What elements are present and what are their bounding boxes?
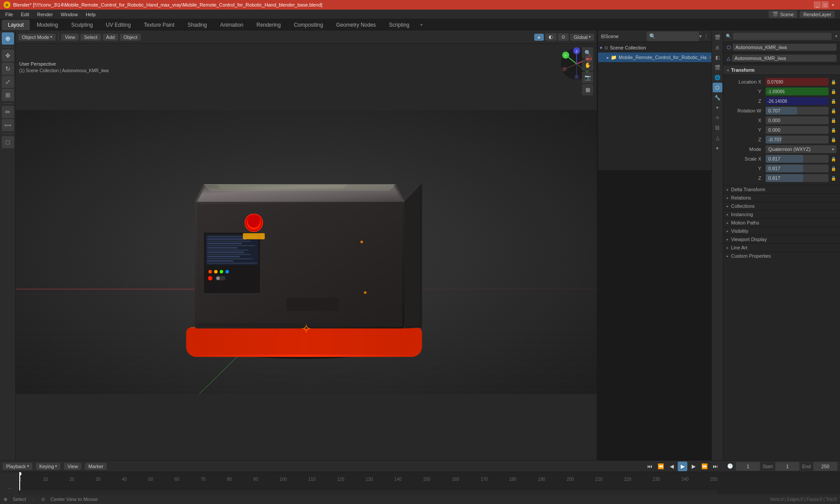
properties-search[interactable] [733,33,832,40]
rotation-mode-dropdown[interactable]: Quaternion (WXYZ) ▾ [766,145,836,153]
rotation-z-lock[interactable]: 🔒 [830,136,836,143]
prop-tab-physics[interactable]: ⚛ [713,113,722,122]
tab-layout[interactable]: Layout [2,20,30,30]
rotation-x-value[interactable]: 0.000 [766,116,829,124]
step-forward-button[interactable]: ▶ [689,462,698,471]
rotation-y-lock[interactable]: 🔒 [830,127,836,133]
current-frame-input[interactable] [736,462,760,471]
outliner-scene-collection[interactable]: ▾ ⊙ Scene Collection [598,43,711,52]
scale-x-lock[interactable]: 🔒 [830,156,836,162]
location-y-value[interactable]: -1.69086 [766,88,829,95]
scale-y-lock[interactable]: 🔒 [830,165,836,172]
viewport-3d[interactable]: User Perspective (1) Scene Collection | … [16,31,597,460]
select-menu[interactable]: Select [80,34,101,41]
add-menu[interactable]: Add [103,34,119,41]
step-back-button[interactable]: ◀ [667,462,676,471]
line-art-section[interactable]: ▸ Line Art [723,243,840,252]
location-x-lock[interactable]: 🔒 [830,79,836,85]
prop-tab-world[interactable]: 🌐 [713,73,722,82]
tool-annotate[interactable]: ✏ [2,106,14,118]
render-layer-selector[interactable]: RenderLayer [800,11,835,18]
menu-file[interactable]: File [2,11,17,18]
delta-transform-section[interactable]: ▸ Delta Transform [723,185,840,193]
tab-sculpting[interactable]: Sculpting [65,20,99,30]
tab-modeling[interactable]: Modeling [31,20,64,30]
prop-tab-data[interactable]: △ [713,133,722,143]
tool-cursor[interactable]: ⊕ [2,32,14,45]
rotation-x-lock[interactable]: 🔒 [830,117,836,123]
tab-scripting[interactable]: Scripting [383,20,416,30]
close-button[interactable]: × [830,1,836,8]
playhead[interactable] [19,472,20,490]
tab-geometry-nodes[interactable]: Geometry Nodes [330,20,382,30]
viewport-camera[interactable]: 📷 [582,72,593,83]
prop-tab-scene[interactable]: 🎬 [713,63,722,72]
view-timeline-menu[interactable]: View [64,463,81,470]
tool-transform[interactable]: ⊞ [2,89,14,101]
marker-menu[interactable]: Marker [85,463,107,470]
location-z-value[interactable]: -26.14008 [766,97,829,105]
viewport-global-local[interactable]: Global ▾ [570,34,594,41]
tool-move[interactable]: ✥ [2,49,14,62]
tab-uv-editing[interactable]: UV Editing [100,20,137,30]
visibility-section[interactable]: ▸ Visibility [723,227,840,235]
minimize-button[interactable]: _ [814,1,821,8]
jump-end-button[interactable]: ⏭ [710,462,720,471]
viewport-shading-rendered[interactable]: ⊙ [558,33,569,41]
prop-tab-constraints[interactable]: ⛓ [713,123,722,133]
prop-tab-particles[interactable]: ✦ [713,103,722,112]
prop-tab-object[interactable]: ⬡ [713,83,722,92]
menu-window[interactable]: Window [57,11,81,18]
object-mode-selector[interactable]: Object Mode ▾ [18,34,56,41]
viewport-hand[interactable]: ✋ [582,60,593,71]
collections-section[interactable]: ▸ Collections [723,202,840,210]
menu-help[interactable]: Help [82,11,99,18]
playback-menu[interactable]: Playback ▾ [3,463,32,470]
viewport-zoom-in[interactable]: 🔍 [582,47,593,59]
mesh-name-input[interactable] [732,55,836,62]
play-button[interactable]: ▶ [678,462,687,471]
rotation-w-value[interactable]: 0.707 [766,107,829,115]
rotation-w-lock[interactable]: 🔒 [830,108,836,114]
window-controls[interactable]: _ □ × [814,1,836,8]
viewport-shading-solid[interactable]: ● [534,34,544,41]
location-y-lock[interactable]: 🔒 [830,88,836,94]
custom-properties-section[interactable]: ▸ Custom Properties [723,252,840,260]
menu-render[interactable]: Render [34,11,56,18]
tool-scale[interactable]: ⤢ [2,76,14,88]
tool-measure[interactable]: ⟺ [2,119,14,131]
end-frame-input[interactable] [813,462,837,471]
prop-tab-output[interactable]: 🖨 [713,42,722,52]
viewport-display-section[interactable]: ▸ Viewport Display [723,235,840,243]
prev-keyframe-button[interactable]: ⏪ [656,462,665,471]
rotation-z-value[interactable]: -0.707 [766,136,829,144]
scale-z-lock[interactable]: 🔒 [830,175,836,181]
prop-tab-modifier[interactable]: 🔧 [713,93,722,102]
start-frame-input[interactable] [775,462,799,471]
prop-tab-material[interactable]: ● [713,143,722,153]
tab-compositing[interactable]: Compositing [288,20,329,30]
relations-section[interactable]: ▸ Relations [723,193,840,202]
rotation-y-value[interactable]: 0.000 [766,126,829,134]
prop-tab-render[interactable]: 🎬 [713,32,722,42]
tab-texture-paint[interactable]: Texture Paint [138,20,181,30]
tool-add-cube[interactable]: □ [2,136,14,148]
tab-rendering[interactable]: Rendering [250,20,287,30]
viewport-shading-material[interactable]: ◐ [545,33,556,41]
tab-shading[interactable]: Shading [182,20,213,30]
prop-tab-view-layer[interactable]: ◧ [713,52,722,62]
scene-selector[interactable]: 🎬 Scene [769,10,797,18]
location-x-value[interactable]: 0.07690 [766,78,829,86]
keying-menu[interactable]: Keying ▾ [36,463,61,470]
prop-options-icon[interactable]: ▾ [835,34,837,38]
location-z-lock[interactable]: 🔒 [830,98,836,104]
outliner-options-icon[interactable]: ⋮ [704,33,709,39]
viewport-canvas[interactable]: User Perspective (1) Scene Collection | … [16,44,597,460]
view-menu[interactable]: View [61,34,79,41]
maximize-button[interactable]: □ [822,1,829,8]
menu-edit[interactable]: Edit [18,11,33,18]
tool-rotate[interactable]: ↻ [2,63,14,75]
outliner-robot-collection[interactable]: ▸ 📁 Mobile_Remote_Control_for_Robotic_Ha… [598,52,711,62]
transform-header[interactable]: ▾ Transform [723,66,840,75]
object-menu[interactable]: Object [120,34,141,41]
